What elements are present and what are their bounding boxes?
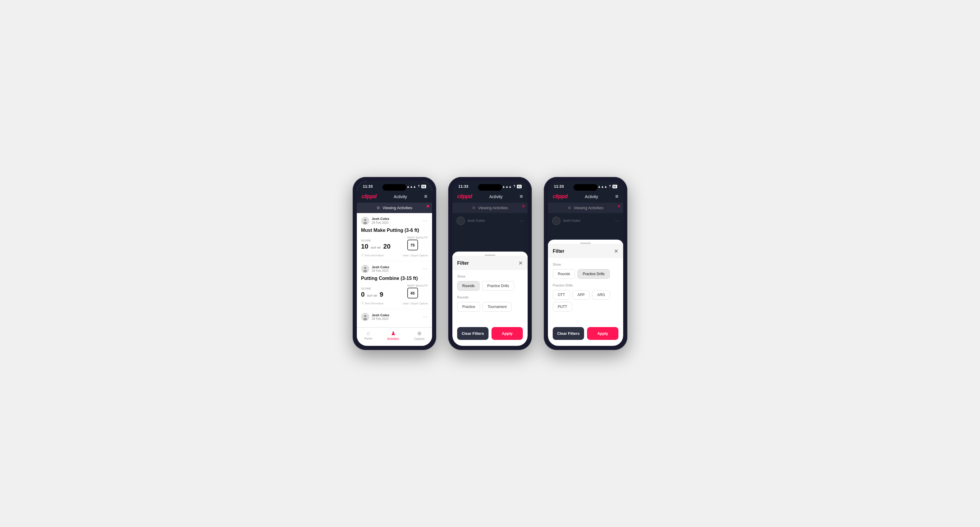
filter-sheet-2: Filter ✕ Show Rounds Practice Drills Rou…	[452, 252, 528, 346]
phone-3-screen: 11:33 ▲▲▲ ⇡ 51 clippd Activity ≡ ⚙ Viewi…	[548, 181, 623, 346]
menu-icon-1[interactable]: ≡	[424, 194, 427, 200]
card-more-3[interactable]: ···	[423, 314, 428, 320]
logo-1: clippd	[361, 194, 377, 200]
capture-icon-1: ⊕	[417, 330, 422, 337]
dynamic-island-1	[382, 184, 406, 191]
apply-button-2[interactable]: Apply	[492, 327, 523, 340]
menu-icon-2[interactable]: ≡	[520, 194, 523, 200]
bg-avatar-2	[457, 217, 465, 225]
filter-close-2[interactable]: ✕	[519, 260, 523, 267]
user-date-2: 28 Feb 2023	[372, 269, 389, 273]
viewing-bar-dot-1	[427, 205, 429, 207]
filter-chip-practice-2[interactable]: Practice	[457, 302, 480, 311]
filter-chip-rounds-3[interactable]: Rounds	[553, 269, 575, 279]
viewing-bar-2[interactable]: ⚙ Viewing Activities	[452, 203, 528, 213]
clear-filters-button-3[interactable]: Clear Filters	[553, 327, 584, 340]
filter-chip-ott-3[interactable]: OTT	[553, 290, 570, 300]
phone-3: 11:33 ▲▲▲ ⇡ 51 clippd Activity ≡ ⚙ Viewi…	[544, 177, 627, 350]
svg-point-5	[363, 270, 367, 272]
viewing-bar-text-3: Viewing Activities	[574, 206, 603, 210]
clear-filters-button-2[interactable]: Clear Filters	[457, 327, 488, 340]
shots-value-1: 20	[383, 243, 390, 250]
card-more-1[interactable]: ···	[423, 218, 428, 224]
show-chips-3: Rounds Practice Drills	[553, 269, 619, 279]
filter-title-2: Filter	[457, 260, 469, 266]
shots-value-2: 9	[380, 290, 383, 298]
filter-chip-practice-drills-3[interactable]: Practice Drills	[578, 269, 609, 279]
phone-1-screen: 11:33 ▲▲▲ ⇡ 51 clippd Activity ≡ ⚙ Viewi…	[357, 181, 432, 346]
viewing-bar-text-2: Viewing Activities	[478, 206, 508, 210]
out-of-1: OUT OF	[371, 246, 381, 249]
filter-sheet-3: Filter ✕ Show Rounds Practice Drills Pra…	[548, 240, 623, 346]
bg-avatar-3	[552, 217, 560, 225]
viewing-settings-icon-1: ⚙	[377, 206, 380, 210]
shot-quality-badge-1: 75	[407, 240, 418, 250]
nav-bar-1: clippd Activity ≡	[357, 190, 432, 203]
card-footer-1: ⓘ Test Information Data: Clippd Capture	[361, 253, 428, 257]
card-data-1: Data: Clippd Capture	[403, 254, 428, 257]
user-info-3: Josh Coles 28 Feb 2023	[372, 313, 389, 321]
filter-chip-putt-3[interactable]: PUTT	[553, 302, 572, 311]
filter-chip-arg-3[interactable]: ARG	[592, 290, 610, 300]
status-icons-1: ▲▲▲ ⇡ 51	[406, 184, 426, 188]
card-data-2: Data: Clippd Capture	[403, 302, 428, 305]
card-more-2[interactable]: ···	[423, 266, 428, 271]
tab-activities-label-1: Activities	[387, 337, 399, 340]
menu-icon-3[interactable]: ≡	[615, 194, 619, 200]
shot-quality-badge-2: 45	[407, 288, 418, 298]
bg-card-user-2: Josh Coles	[457, 217, 485, 225]
card-user-1: Josh Coles 28 Feb 2023	[361, 217, 389, 225]
filter-body-3: Show Rounds Practice Drills Practice Dri…	[548, 258, 623, 321]
phone-2: 11:33 ▲▲▲ ⇡ 51 clippd Activity ≡ ⚙ Viewi…	[448, 177, 532, 350]
bg-user-info-3: Josh Coles	[563, 219, 581, 222]
filter-header-3: Filter ✕	[548, 244, 623, 258]
signal-icon-3: ▲▲▲	[598, 185, 607, 188]
battery-icon-1: 51	[421, 185, 426, 188]
wifi-icon-2: ⇡	[513, 184, 516, 188]
tab-capture-1[interactable]: ⊕ Capture	[414, 330, 425, 340]
user-date-3: 28 Feb 2023	[372, 317, 389, 321]
nav-bar-2: clippd Activity ≡	[452, 190, 528, 203]
status-icons-3: ▲▲▲ ⇡ 51	[598, 184, 617, 188]
shot-quality-stat-2: Shot Quality 45	[407, 284, 428, 298]
shot-quality-stat-1: Shot Quality 75	[407, 236, 428, 250]
activities-icon-1: ♟	[391, 330, 396, 337]
score-value-1: 10	[361, 243, 368, 250]
tab-home-1[interactable]: ⌂ Home	[364, 330, 372, 340]
filter-chip-rounds-2[interactable]: Rounds	[457, 281, 480, 290]
info-icon-1: ⓘ	[361, 253, 364, 257]
filter-chip-tournament-2[interactable]: Tournament	[482, 302, 512, 311]
activity-card-3: Josh Coles 28 Feb 2023 ···	[357, 309, 432, 327]
card-title-1: Must Make Putting (3-6 ft)	[361, 227, 428, 233]
practice-chips-3: OTT APP ARG PUTT	[553, 290, 619, 311]
filter-chip-app-3[interactable]: APP	[573, 290, 590, 300]
filter-title-3: Filter	[553, 249, 564, 254]
nav-title-2: Activity	[489, 194, 503, 199]
card-stats-1: Score 10 OUT OF 20 Shot Quality 75	[361, 236, 428, 250]
wifi-icon-1: ⇡	[417, 184, 420, 188]
status-time-2: 11:33	[458, 184, 468, 189]
card-user-2: Josh Coles 28 Feb 2023	[361, 265, 389, 273]
show-label-3: Show	[553, 263, 619, 266]
card-title-2: Putting Combine (3-15 ft)	[361, 275, 428, 281]
score-value-2: 0	[361, 290, 364, 298]
info-icon-2: ⓘ	[361, 302, 364, 305]
card-info-2: ⓘ Test Information	[361, 302, 384, 305]
activity-card-1: Josh Coles 28 Feb 2023 ··· Must Make Put…	[357, 213, 432, 261]
activity-card-2: Josh Coles 28 Feb 2023 ··· Putting Combi…	[357, 261, 432, 309]
viewing-settings-icon-3: ⚙	[568, 206, 571, 210]
tab-activities-1[interactable]: ♟ Activities	[387, 330, 399, 340]
viewing-bar-3[interactable]: ⚙ Viewing Activities	[548, 203, 623, 213]
viewing-bar-1[interactable]: ⚙ Viewing Activities	[357, 203, 432, 213]
svg-point-7	[364, 315, 366, 317]
show-chips-2: Rounds Practice Drills	[457, 281, 523, 290]
filter-close-3[interactable]: ✕	[614, 248, 619, 254]
svg-point-2	[363, 222, 367, 224]
nav-title-3: Activity	[585, 194, 598, 199]
phone-2-screen: 11:33 ▲▲▲ ⇡ 51 clippd Activity ≡ ⚙ Viewi…	[452, 181, 528, 346]
avatar-2	[361, 265, 369, 273]
bg-more-3: ···	[615, 218, 619, 224]
status-icons-2: ▲▲▲ ⇡ 51	[502, 184, 522, 188]
filter-chip-practice-drills-2[interactable]: Practice Drills	[482, 281, 514, 290]
apply-button-3[interactable]: Apply	[587, 327, 619, 340]
